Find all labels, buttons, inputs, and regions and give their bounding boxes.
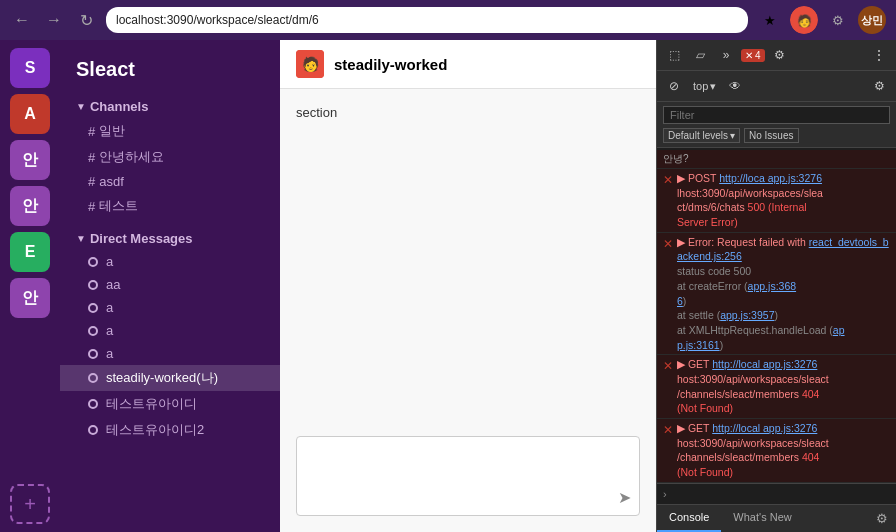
default-levels-dropdown[interactable]: Default levels ▾ xyxy=(663,128,740,143)
chevron-down-icon: ▾ xyxy=(730,130,735,141)
devtools-console: 안녕? ✕ ▶ POST http://loca app.js:3276 lho… xyxy=(657,148,896,483)
dm-item-a2[interactable]: a xyxy=(60,296,280,319)
user-avatar[interactable]: 상민 xyxy=(858,6,886,34)
channel-sidebar: Sleact ▼ Channels # 일반 # 안녕하세요 # asdf # … xyxy=(60,40,280,532)
main-area: S A 안 안 E 안 + Sleact ▼ Channels # 일반 # 안… xyxy=(0,40,896,532)
channel-item-일반[interactable]: # 일반 xyxy=(60,118,280,144)
devtools-inspect-icon[interactable]: ⬚ xyxy=(663,44,685,66)
devtools-bottom-tabs: Console What's New ⚙ xyxy=(657,504,896,532)
console-entry-1: ✕ ▶ POST http://loca app.js:3276 lhost:3… xyxy=(657,169,896,233)
workspace-icon-an1[interactable]: 안 xyxy=(10,140,50,180)
chevron-down-icon: ▾ xyxy=(710,80,716,93)
error-link[interactable]: http://local app.js:3276 xyxy=(712,358,817,370)
error-link[interactable]: react_devtools_backend.js:256 xyxy=(677,236,889,263)
icon-sidebar: S A 안 안 E 안 + xyxy=(0,40,60,532)
error-icon: ✕ xyxy=(663,358,673,375)
console-prompt-input[interactable] xyxy=(671,488,890,500)
console-entry-korean: 안녕? xyxy=(657,150,896,169)
error-link-3[interactable]: app.js:3957 xyxy=(720,309,774,321)
workspace-icon-s[interactable]: S xyxy=(10,48,50,88)
dm-status-dot xyxy=(88,280,98,290)
address-bar[interactable]: localhost:3090/workspace/sleact/dm/6 xyxy=(106,7,748,33)
channels-arrow-icon: ▼ xyxy=(76,101,86,112)
devtools-top-dropdown[interactable]: top ▾ xyxy=(689,78,720,95)
forward-button[interactable]: → xyxy=(42,8,66,32)
back-button[interactable]: ← xyxy=(10,8,34,32)
console-entry-3: ✕ ▶ GET http://local app.js:3276 host:30… xyxy=(657,355,896,419)
devtools-filter-area: Default levels ▾ No Issues xyxy=(657,102,896,148)
dm-item-a1[interactable]: a xyxy=(60,250,280,273)
tab-console[interactable]: Console xyxy=(657,505,721,532)
star-icon[interactable]: ★ xyxy=(756,6,784,34)
workspace-icon-an3[interactable]: 안 xyxy=(10,278,50,318)
chat-input[interactable] xyxy=(297,437,639,497)
url-text: localhost:3090/workspace/sleact/dm/6 xyxy=(116,13,319,27)
extension-icon[interactable]: ⚙ xyxy=(824,6,852,34)
devtools-filter-input[interactable] xyxy=(663,106,890,124)
devtools-eye-icon[interactable]: 👁 xyxy=(724,75,746,97)
error-x-icon: ✕ xyxy=(745,50,753,61)
chat-main: 🧑 steadily-worked section ➤ xyxy=(280,40,656,532)
chrome-icons: ★ 🧑 ⚙ 상민 xyxy=(756,6,886,34)
prompt-symbol: › xyxy=(663,488,667,500)
workspace-icon-e[interactable]: E xyxy=(10,232,50,272)
svg-text:🧑: 🧑 xyxy=(302,56,320,73)
devtools-block-icon[interactable]: ⊘ xyxy=(663,75,685,97)
chat-input-wrapper: ➤ xyxy=(296,436,640,516)
dm-status-dot xyxy=(88,373,98,383)
dm-item-aa[interactable]: aa xyxy=(60,273,280,296)
workspace-icon-an2[interactable]: 안 xyxy=(10,186,50,226)
profile-icon[interactable]: 🧑 xyxy=(790,6,818,34)
send-button[interactable]: ➤ xyxy=(618,488,631,507)
devtools-settings-icon[interactable]: ⚙ xyxy=(769,44,791,66)
channels-section-header[interactable]: ▼ Channels xyxy=(60,95,280,118)
browser-chrome: ← → ↻ localhost:3090/workspace/sleact/dm… xyxy=(0,0,896,40)
chat-header: 🧑 steadily-worked xyxy=(280,40,656,89)
tab-whats-new[interactable]: What's New xyxy=(721,505,803,532)
channel-item-asdf[interactable]: # asdf xyxy=(60,170,280,193)
error-icon: ✕ xyxy=(663,422,673,439)
channel-item-테스트[interactable]: # 테스트 xyxy=(60,193,280,219)
dm-status-dot xyxy=(88,425,98,435)
error-link-2[interactable]: app.js:3686 xyxy=(677,280,796,307)
dm-item-a4[interactable]: a xyxy=(60,342,280,365)
chat-message: section xyxy=(296,105,640,120)
error-badge: ✕ 4 xyxy=(741,49,765,62)
devtools-bottom-gear-icon[interactable]: ⚙ xyxy=(868,505,896,532)
workspace-icon-a[interactable]: A xyxy=(10,94,50,134)
devtools-gear-icon[interactable]: ⚙ xyxy=(868,75,890,97)
svg-text:🧑: 🧑 xyxy=(797,13,812,28)
dm-status-dot xyxy=(88,326,98,336)
devtools-toolbar: ⬚ ▱ » ✕ 4 ⚙ ⋮ xyxy=(657,40,896,71)
dm-item-a3[interactable]: a xyxy=(60,319,280,342)
devtools-responsive-icon[interactable]: ▱ xyxy=(689,44,711,66)
console-entry-4: ✕ ▶ GET http://local app.js:3276 host:30… xyxy=(657,419,896,483)
add-workspace-button[interactable]: + xyxy=(10,484,50,524)
dm-status-dot xyxy=(88,349,98,359)
error-link-4[interactable]: app.js:3161 xyxy=(677,324,845,351)
no-issues-button[interactable]: No Issues xyxy=(744,128,798,143)
chat-header-avatar: 🧑 xyxy=(296,50,324,78)
console-entry-2: ✕ ▶ Error: Request failed with react_dev… xyxy=(657,233,896,356)
channel-item-안녕하세요[interactable]: # 안녕하세요 xyxy=(60,144,280,170)
chat-messages: section xyxy=(280,89,656,426)
dm-item-테스트유아이디2[interactable]: 테스트유아이디2 xyxy=(60,417,280,443)
chat-input-area: ➤ xyxy=(280,426,656,532)
devtools-kebab-icon[interactable]: ⋮ xyxy=(868,44,890,66)
dm-section-header[interactable]: ▼ Direct Messages xyxy=(60,227,280,250)
error-icon: ✕ xyxy=(663,172,673,189)
dm-status-dot xyxy=(88,399,98,409)
chat-title: steadily-worked xyxy=(334,56,447,73)
refresh-button[interactable]: ↻ xyxy=(74,8,98,32)
error-link[interactable]: http://loca app.js:3276 xyxy=(719,172,822,184)
dm-status-dot xyxy=(88,303,98,313)
dm-arrow-icon: ▼ xyxy=(76,233,86,244)
dm-item-테스트유아이디[interactable]: 테스트유아이디 xyxy=(60,391,280,417)
dm-status-dot xyxy=(88,257,98,267)
dm-item-steadily-worked[interactable]: steadily-worked(나) xyxy=(60,365,280,391)
app-logo[interactable]: Sleact xyxy=(60,50,280,95)
devtools-more-panels-icon[interactable]: » xyxy=(715,44,737,66)
console-prompt: › xyxy=(657,483,896,504)
error-link[interactable]: http://local app.js:3276 xyxy=(712,422,817,434)
devtools-filter-row: Default levels ▾ No Issues xyxy=(663,128,890,143)
